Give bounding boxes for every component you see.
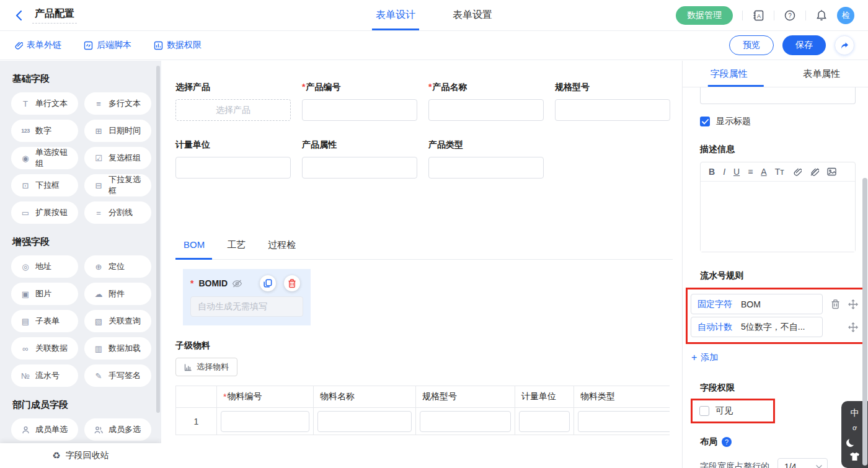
save-button[interactable]: 保存 — [782, 35, 826, 55]
field-item-extend-button[interactable]: ▭扩展按钮 — [11, 201, 78, 224]
sidebar-scrollbar[interactable] — [156, 66, 160, 413]
field-item-signature[interactable]: ✎手写签名 — [84, 364, 151, 387]
theme-shirt-icon[interactable] — [849, 452, 860, 461]
field-width-select[interactable]: 1/4 — [777, 458, 828, 468]
field-item-checkbox-group[interactable]: ☑复选框组 — [84, 147, 151, 169]
drag-move-icon[interactable] — [848, 322, 858, 332]
underline-icon[interactable]: U — [733, 167, 740, 177]
field-spec-model[interactable]: 规格型号 — [555, 82, 670, 121]
field-product-code[interactable]: *产品编号 — [302, 82, 417, 121]
material-type-input[interactable] — [578, 411, 670, 432]
field-item-radio-group[interactable]: ◉单选按钮组 — [11, 147, 78, 169]
address-book-icon[interactable]: A — [752, 9, 764, 22]
font-color-icon[interactable]: A — [761, 167, 766, 177]
field-item-linked-data[interactable]: ∞关联数据 — [11, 337, 78, 360]
unit-input[interactable] — [175, 157, 291, 179]
tab-process-check[interactable]: 过程检 — [268, 239, 296, 259]
field-item-divider-line[interactable]: =分割线 — [84, 201, 151, 224]
field-item-member-single[interactable]: 成员单选 — [11, 418, 78, 441]
accessibility-icon[interactable]: ơ — [852, 425, 857, 431]
show-title-checkbox-row[interactable]: 显示标题 — [700, 116, 856, 127]
spec-model-input[interactable] — [555, 99, 670, 121]
field-product-name[interactable]: *产品名称 — [428, 82, 544, 121]
drag-move-icon[interactable] — [848, 299, 858, 309]
tab-form-settings[interactable]: 表单设置 — [453, 0, 492, 30]
field-item-number[interactable]: 123数字 — [11, 120, 78, 142]
field-item-dropdown[interactable]: ⊡下拉框 — [11, 174, 78, 196]
serial-rule-fixed-chars[interactable]: 固定字符 BOM — [691, 294, 823, 314]
field-item-subform[interactable]: ▤子表单 — [11, 310, 78, 332]
field-item-multi-dropdown[interactable]: ⊟下拉复选框 — [84, 174, 151, 196]
help-icon[interactable]: ? — [784, 9, 796, 22]
preview-button[interactable]: 预览 — [729, 35, 774, 55]
field-item-attachment[interactable]: ☁附件 — [84, 283, 151, 305]
align-icon[interactable]: ≡ — [748, 167, 753, 177]
bold-icon[interactable]: B — [709, 167, 715, 177]
user-avatar[interactable]: 检 — [837, 7, 854, 24]
dark-mode-moon-icon[interactable] — [849, 437, 857, 445]
field-product-type[interactable]: 产品类型 — [428, 139, 544, 179]
spec-model-cell-input[interactable] — [420, 411, 511, 432]
insert-link-icon[interactable] — [792, 167, 802, 177]
field-title-input-partial[interactable] — [700, 87, 856, 104]
add-rule-button[interactable]: + 添加 — [691, 352, 856, 363]
language-icon[interactable]: 中 — [851, 408, 859, 419]
tab-bom[interactable]: BOM — [184, 239, 205, 259]
field-item-member-multi[interactable]: 成员多选 — [84, 418, 151, 441]
field-item-data-load[interactable]: ▥数据加载 — [84, 337, 151, 360]
description-textarea[interactable] — [701, 182, 855, 252]
back-button[interactable] — [14, 10, 25, 21]
field-item-single-line-text[interactable]: T单行文本 — [11, 92, 78, 115]
delete-rule-icon[interactable] — [831, 299, 840, 309]
field-item-image[interactable]: ▣图片 — [11, 283, 78, 305]
italic-icon[interactable]: I — [723, 167, 725, 177]
field-item-linked-query[interactable]: ▧关联查询 — [84, 310, 151, 332]
tab-form-design[interactable]: 表单设计 — [376, 0, 415, 30]
selected-field-bomid[interactable]: *BOMID 自动生成无需填写 — [183, 269, 311, 325]
field-item-address[interactable]: ◎地址 — [11, 255, 78, 278]
data-permission-button[interactable]: 数据权限 — [154, 40, 202, 51]
panel-scrollbar[interactable] — [862, 178, 867, 466]
product-attribute-input[interactable] — [302, 157, 417, 179]
multi-dropdown-icon: ⊟ — [94, 181, 104, 190]
unit-cell-input[interactable] — [519, 411, 570, 432]
external-link-button[interactable]: 表单外链 — [14, 40, 61, 51]
product-name-input[interactable] — [428, 99, 544, 121]
select-product-picker[interactable]: 选择产品 — [175, 99, 291, 121]
field-item-multi-line-text[interactable]: ≡多行文本 — [84, 92, 151, 115]
tab-form-properties[interactable]: 表单属性 — [776, 61, 868, 87]
visible-checkbox[interactable] — [699, 406, 709, 416]
product-code-input[interactable] — [302, 99, 417, 121]
panel-tabs: 字段属性 表单属性 — [683, 61, 868, 87]
share-button[interactable] — [835, 35, 854, 55]
field-recycle-bin[interactable]: ♻ 字段回收站 — [0, 443, 161, 468]
copy-field-button[interactable] — [260, 275, 276, 291]
show-title-checkbox[interactable] — [700, 117, 710, 126]
page-title[interactable]: 产品配置 — [32, 7, 77, 24]
field-item-datetime[interactable]: ⊞日期时间 — [84, 120, 151, 142]
field-unit[interactable]: 计量单位 — [175, 139, 291, 179]
field-product-attribute[interactable]: 产品属性 — [302, 139, 417, 179]
font-size-icon[interactable]: Tᴛ — [775, 167, 784, 177]
form-design-canvas: 选择产品 选择产品 *产品编号 *产品名称 规格型号 计量单位 产品属 — [161, 61, 682, 468]
product-type-input[interactable] — [428, 157, 544, 179]
remove-link-icon[interactable] — [810, 167, 819, 177]
notification-bell-icon[interactable] — [815, 9, 828, 22]
delete-field-button[interactable] — [284, 275, 300, 291]
field-select-product[interactable]: 选择产品 选择产品 — [175, 82, 291, 121]
insert-image-icon[interactable] — [827, 167, 836, 176]
field-item-geolocation[interactable]: ⊕定位 — [84, 255, 151, 278]
material-code-input[interactable] — [221, 411, 309, 432]
column-header-spec-model: 规格型号 — [416, 386, 515, 408]
bomid-input[interactable]: 自动生成无需填写 — [190, 296, 303, 317]
backend-script-button[interactable]: 后端脚本 — [84, 40, 131, 51]
data-manage-button[interactable]: 数据管理 — [676, 6, 733, 25]
tab-process[interactable]: 工艺 — [227, 239, 246, 259]
select-material-button[interactable]: 选择物料 — [175, 358, 237, 376]
layout-help-icon[interactable]: ? — [722, 437, 732, 447]
field-item-serial-number[interactable]: №流水号 — [11, 364, 78, 387]
basic-fields-grid: T单行文本 ≡多行文本 123数字 ⊞日期时间 ◉单选按钮组 ☑复选框组 ⊡下拉… — [11, 92, 151, 224]
tab-field-properties[interactable]: 字段属性 — [683, 61, 776, 87]
material-name-input[interactable] — [317, 411, 412, 432]
serial-rule-auto-count[interactable]: 自动计数 5位数字，不自... — [691, 317, 823, 337]
